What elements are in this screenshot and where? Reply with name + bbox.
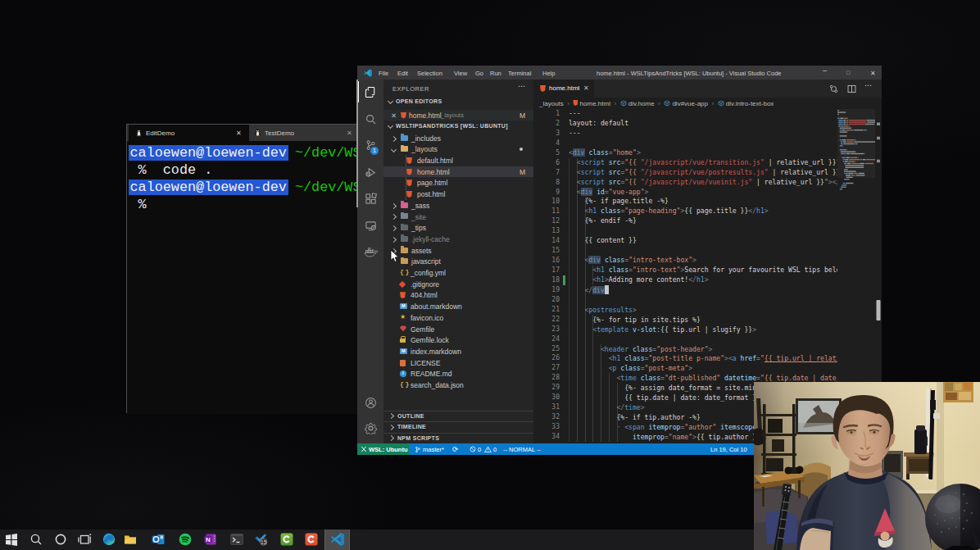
svg-text:15: 15 [261,539,267,545]
svg-text:N: N [206,536,211,543]
